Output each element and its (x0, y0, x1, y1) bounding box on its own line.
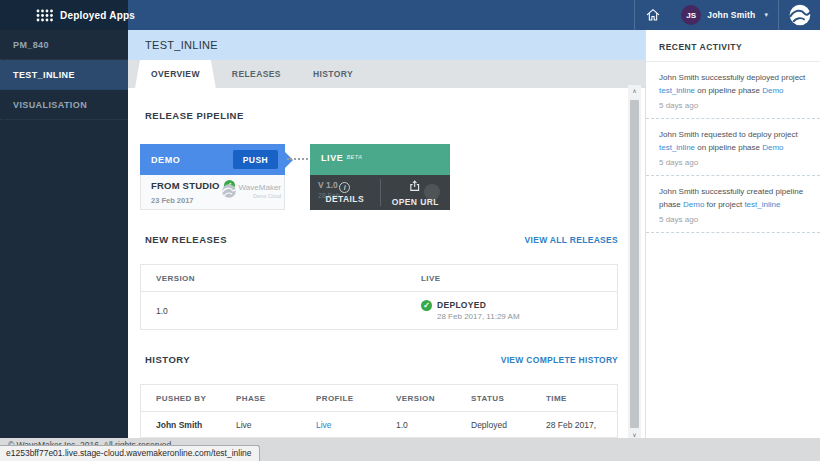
activity-text: on pipeline phase (695, 143, 762, 152)
new-releases-header-row: VERSION LIVE (141, 265, 617, 292)
deployed-check-icon: ✓ (421, 300, 432, 311)
open-url-icon (409, 178, 421, 196)
wavemaker-logo-icon (788, 3, 812, 27)
chevron-down-icon: ▾ (764, 11, 768, 19)
demo-card-body: FROM STUDIO ✓ 23 Feb 2017 WaveMaker (140, 175, 285, 210)
demo-card-header: DEMO PUSH (140, 144, 285, 175)
view-all-releases-link[interactable]: VIEW ALL RELEASES (525, 235, 618, 245)
sidebar-item-pm-840[interactable]: PM_840 (0, 30, 128, 60)
section-title-history: HISTORY (145, 354, 190, 365)
recent-activity-heading: RECENT ACTIVITY (646, 30, 820, 62)
top-navbar: Deployed Apps JS John Smith ▾ (0, 0, 820, 30)
overview-content: RELEASE PIPELINE DEMO PUSH FROM STUDIO ✓ (128, 88, 645, 440)
pipeline-cards: DEMO PUSH FROM STUDIO ✓ 23 Feb 2017 (140, 144, 618, 210)
activity-item: John Smith successfully deployed project… (646, 62, 820, 119)
page-title: TEST_INLINE (145, 39, 218, 51)
column-phase: PHASE (236, 394, 316, 403)
activity-item: John Smith successfully created pipeline… (646, 176, 820, 233)
tab-releases[interactable]: RELEASES (216, 60, 297, 88)
push-button[interactable]: PUSH (233, 150, 278, 169)
column-pushed-by: PUSHED BY (156, 394, 236, 403)
logo-subtext: Demo Cloud (239, 193, 281, 199)
live-card-header: LIVE BETA (310, 144, 450, 175)
activity-text: John Smith successfully deployed project (659, 73, 805, 82)
tab-history[interactable]: HISTORY (297, 60, 369, 88)
avatar: JS (681, 5, 701, 25)
wavemaker-cloud-logo: WaveMaker Demo Cloud (221, 183, 281, 199)
activity-text: John Smith requested to deploy project (659, 130, 798, 139)
history-pushed-by: John Smith (156, 420, 236, 430)
phase-link[interactable]: Demo (762, 143, 783, 152)
column-live: LIVE (421, 274, 617, 283)
apps-grid-icon[interactable] (36, 9, 53, 22)
history-header-row: PUSHED BY PHASE PROFILE VERSION STATUS T… (141, 385, 617, 412)
home-icon[interactable] (635, 7, 671, 23)
user-name: John Smith (707, 10, 755, 20)
user-menu[interactable]: JS John Smith ▾ (671, 0, 778, 30)
history-table: PUSHED BY PHASE PROFILE VERSION STATUS T… (140, 384, 618, 438)
deployed-status: DEPLOYED (437, 300, 520, 310)
from-studio-label: FROM STUDIO (151, 180, 220, 191)
new-releases-table: VERSION LIVE 1.0 ✓ DEPLOYED 28 Feb 2017,… (140, 264, 618, 330)
demo-phase-label: DEMO (151, 155, 180, 165)
tab-bar: OVERVIEW RELEASES HISTORY (128, 60, 645, 88)
history-row: John Smith Live Live 1.0 Deployed 28 Feb… (141, 412, 617, 437)
live-card-body: V 1.0 28 Feb i DETAILS (310, 175, 450, 210)
topbar-actions: JS John Smith ▾ (128, 0, 820, 30)
project-link[interactable]: test_inline (744, 200, 780, 209)
topbar-divider (778, 0, 779, 30)
column-time: TIME (546, 394, 617, 403)
activity-time: 5 days ago (659, 158, 807, 167)
activity-time: 5 days ago (659, 215, 807, 224)
column-version: VERSION (396, 394, 471, 403)
history-profile-link[interactable]: Live (316, 420, 396, 430)
column-version: VERSION (156, 274, 421, 283)
history-time: 28 Feb 2017, (546, 420, 617, 430)
pipeline-card-live: LIVE BETA V 1.0 28 Feb i DETAILS (310, 144, 450, 210)
live-phase-label: LIVE (321, 153, 343, 163)
activity-text: on pipeline phase (695, 86, 762, 95)
activity-item: John Smith requested to deploy project t… (646, 119, 820, 176)
logo-text: WaveMaker (239, 183, 281, 192)
deployed-time: 28 Feb 2017, 11:29 AM (437, 312, 520, 321)
project-link[interactable]: test_inline (659, 86, 695, 95)
scrollbar-thumb[interactable] (630, 100, 639, 428)
history-phase: Live (236, 420, 316, 430)
pipeline-card-demo: DEMO PUSH FROM STUDIO ✓ 23 Feb 2017 (140, 144, 285, 210)
column-status: STATUS (471, 394, 546, 403)
vertical-scrollbar[interactable]: ∧ ∨ (628, 85, 641, 440)
app-brand-area: Deployed Apps (0, 0, 128, 30)
phase-link[interactable]: Demo (683, 200, 704, 209)
recent-activity-panel: RECENT ACTIVITY John Smith successfully … (645, 30, 820, 440)
app-title: Deployed Apps (60, 10, 135, 21)
demo-deploy-date: 23 Feb 2017 (151, 196, 194, 205)
pipeline-connector (285, 144, 310, 210)
sidebar-item-visualisation[interactable]: VISUALISATION (0, 90, 128, 120)
activity-time: 5 days ago (659, 101, 807, 110)
info-icon: i (339, 182, 350, 193)
sidebar-item-test-inline[interactable]: TEST_INLINE (0, 60, 128, 90)
section-title-new-releases: NEW RELEASES (145, 234, 227, 245)
phase-link[interactable]: Demo (762, 86, 783, 95)
scroll-up-icon[interactable]: ∧ (632, 85, 636, 96)
release-version: 1.0 (156, 306, 421, 316)
browser-status-url: e1253bff77e01.live.stage-cloud.wavemaker… (0, 445, 260, 461)
section-title-release-pipeline: RELEASE PIPELINE (145, 110, 244, 121)
details-button[interactable]: i DETAILS (310, 175, 380, 210)
tab-overview[interactable]: OVERVIEW (135, 60, 216, 88)
column-profile: PROFILE (316, 394, 396, 403)
view-complete-history-link[interactable]: VIEW COMPLETE HISTORY (501, 355, 618, 365)
project-sidebar: PM_840 TEST_INLINE VISUALISATION (0, 30, 128, 440)
new-releases-row: 1.0 ✓ DEPLOYED 28 Feb 2017, 11:29 AM (141, 292, 617, 329)
project-link[interactable]: test_inline (659, 143, 695, 152)
activity-text: for project (704, 200, 744, 209)
open-url-button[interactable]: OPEN URL (381, 175, 451, 210)
history-version: 1.0 (396, 420, 471, 430)
page-title-bar: TEST_INLINE (128, 30, 645, 60)
main-panel: TEST_INLINE OVERVIEW RELEASES HISTORY RE… (128, 30, 645, 440)
history-status: Deployed (471, 420, 546, 430)
beta-badge: BETA (346, 154, 362, 160)
